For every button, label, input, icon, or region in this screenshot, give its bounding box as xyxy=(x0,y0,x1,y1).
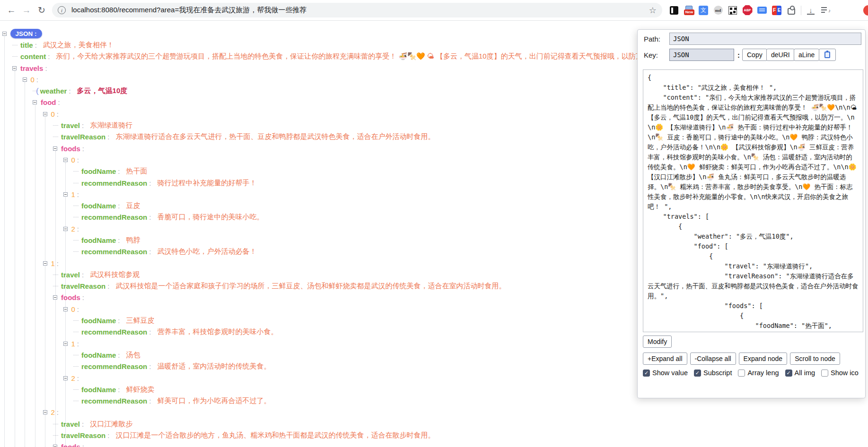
adblock-extension-icon[interactable]: ABP xyxy=(742,5,753,16)
leaf-value[interactable]: 温暖舒适，室内活动时的传统美食。 xyxy=(157,362,271,371)
collapse-toggle[interactable] xyxy=(23,77,27,82)
leaf-value[interactable]: 营养丰富，科技馆参观时的美味小食。 xyxy=(157,327,278,336)
leaf-value[interactable]: 多云，气温10度 xyxy=(77,86,128,95)
leaf-value[interactable]: 武汉之旅，美食相伴！ xyxy=(43,41,114,50)
object-key[interactable]: travels xyxy=(20,64,43,72)
leaf-key[interactable]: travel xyxy=(61,420,80,428)
leaf-key[interactable]: foodName xyxy=(81,317,116,325)
checkbox-icon[interactable] xyxy=(821,370,828,377)
card-extension-icon[interactable] xyxy=(757,5,767,16)
object-key[interactable]: foods xyxy=(61,145,80,153)
array-index[interactable]: 0 xyxy=(71,156,75,164)
collapse-toggle[interactable] xyxy=(53,295,57,300)
leaf-key[interactable]: recommendReason xyxy=(81,397,147,405)
leaf-value[interactable]: 武汉科技馆是一个适合家庭和孩子们学习的场所，三鲜豆皮、汤包和鲜虾烧卖都是武汉的传… xyxy=(115,282,506,291)
checkbox-icon[interactable]: ✓ xyxy=(643,370,650,377)
leaf-key[interactable]: foodName xyxy=(81,236,116,244)
leaf-value[interactable]: 骑行过程中补充能量的好帮手！ xyxy=(157,179,256,188)
option-show-value[interactable]: ✓Show value xyxy=(643,369,688,377)
path-input[interactable] xyxy=(669,33,861,45)
leaf-value[interactable]: 汉口江滩散步 xyxy=(90,420,132,429)
leaf-key[interactable]: travel xyxy=(61,271,80,279)
leaf-value[interactable]: 热干面 xyxy=(126,167,148,176)
leaf-key[interactable]: recommendReason xyxy=(81,179,147,187)
leaf-value[interactable]: 汤包 xyxy=(126,351,140,360)
collapse-toggle[interactable] xyxy=(43,112,47,116)
option-subscript[interactable]: ✓Subscript xyxy=(694,369,732,377)
scroll-to-node-button[interactable]: Scroll to node xyxy=(790,352,840,365)
option-show-ico[interactable]: Show ico xyxy=(821,369,859,377)
leaf-value[interactable]: 东湖绿道骑行 xyxy=(90,121,132,130)
collapse-all-button[interactable]: -Collapse all xyxy=(690,352,736,365)
site-info-icon[interactable]: i xyxy=(58,6,66,14)
option-array-leng[interactable]: Array leng xyxy=(738,369,779,377)
deuri-button[interactable]: deURI xyxy=(766,49,795,61)
extensions-puzzle-icon[interactable] xyxy=(786,5,797,16)
array-index[interactable]: 0 xyxy=(71,305,75,313)
leaf-value[interactable]: 武汉特色小吃，户外活动必备！ xyxy=(157,247,256,256)
leaf-key[interactable]: content xyxy=(20,52,46,60)
expand-all-button[interactable]: +Expand all xyxy=(643,352,687,365)
leaf-key[interactable]: recommendReason xyxy=(81,328,147,336)
leaf-value[interactable]: 武汉科技馆参观 xyxy=(90,270,140,279)
playlist-icon[interactable] xyxy=(820,5,831,16)
leaf-value[interactable]: 东湖绿道骑行适合在多云天气进行，热干面、豆皮和鸭脖都是武汉特色美食，适合在户外活… xyxy=(115,132,435,141)
leaf-value[interactable]: 香脆可口，骑行途中的美味小吃。 xyxy=(157,213,263,222)
downloads-icon[interactable]: ↓ xyxy=(806,5,816,16)
new-badge-extension-icon[interactable]: New xyxy=(684,5,694,16)
collapse-toggle[interactable] xyxy=(63,342,68,346)
leaf-key[interactable]: travelReason xyxy=(61,282,105,290)
object-key[interactable]: foods xyxy=(61,443,80,447)
aline-button[interactable]: aLine xyxy=(794,49,819,61)
forward-icon[interactable]: → xyxy=(19,3,34,18)
leaf-value[interactable]: 三鲜豆皮 xyxy=(126,316,155,325)
collapse-toggle[interactable] xyxy=(63,158,68,162)
markdown-extension-icon[interactable]: md xyxy=(713,5,723,16)
collapse-toggle[interactable] xyxy=(53,146,57,151)
leaf-key[interactable]: recommendReason xyxy=(81,248,147,256)
leaf-key[interactable]: foodName xyxy=(81,351,116,359)
leaf-key[interactable]: recommendReason xyxy=(81,362,147,370)
bookmark-star-icon[interactable]: ☆ xyxy=(649,5,657,16)
leaf-key[interactable]: travel xyxy=(61,121,80,129)
leaf-value[interactable]: 汉口江滩是一个适合散步的地方，鱼丸汤、糯米鸡和热干面都是武汉的传统美食，适合在散… xyxy=(115,431,435,440)
back-icon[interactable]: ← xyxy=(4,3,19,18)
collapse-toggle[interactable] xyxy=(63,227,68,231)
modify-button[interactable]: Modify xyxy=(643,335,672,348)
fe-extension-icon[interactable]: FE xyxy=(772,5,782,16)
leaf-key[interactable]: travelReason xyxy=(61,431,105,439)
address-bar[interactable]: i localhost:8080/recommend?area=我现在准备去武汉… xyxy=(52,3,662,17)
array-index[interactable]: 0 xyxy=(51,110,55,118)
array-index[interactable]: 2 xyxy=(51,408,55,416)
key-input[interactable] xyxy=(669,49,734,61)
collapse-toggle[interactable] xyxy=(43,261,47,266)
option-all-img[interactable]: ✓All img xyxy=(785,369,815,377)
leaf-key[interactable]: title xyxy=(20,41,33,49)
leaf-key[interactable]: foodName xyxy=(81,386,116,394)
raw-json-textarea[interactable]: { "title": "武汉之旅，美食相伴！ ", "content": "亲们… xyxy=(643,69,863,332)
leaf-value[interactable]: 鸭脖 xyxy=(126,236,140,245)
checkbox-icon[interactable]: ✓ xyxy=(785,370,792,377)
reader-extension-icon[interactable] xyxy=(669,5,679,16)
collapse-toggle[interactable] xyxy=(63,376,68,380)
copy-button[interactable]: Copy xyxy=(742,49,767,61)
leaf-key[interactable]: travelReason xyxy=(61,133,105,141)
qr-code-extension-icon[interactable] xyxy=(728,5,738,16)
collapse-toggle[interactable] xyxy=(43,410,47,414)
array-index[interactable]: 2 xyxy=(71,374,75,382)
url-text[interactable]: localhost:8080/recommend?area=我现在准备去武汉旅游… xyxy=(71,6,645,15)
checkbox-icon[interactable]: ✓ xyxy=(694,370,701,377)
object-key[interactable]: food xyxy=(41,98,56,106)
array-index[interactable]: 0 xyxy=(31,76,35,84)
collapse-toggle[interactable] xyxy=(63,307,68,311)
translate-extension-icon[interactable]: 文 xyxy=(698,5,709,16)
collapse-toggle[interactable] xyxy=(53,445,57,447)
checkbox-icon[interactable] xyxy=(738,370,745,377)
leaf-value[interactable]: 鲜美可口，作为小吃再合适不过了。 xyxy=(157,396,271,405)
json-root-badge[interactable]: JSON : xyxy=(10,29,42,38)
leaf-key[interactable]: foodName xyxy=(81,202,116,210)
expand-node-button[interactable]: Expand node xyxy=(739,352,788,365)
array-index[interactable]: 1 xyxy=(51,259,55,267)
array-index[interactable]: 1 xyxy=(71,340,75,348)
leaf-key[interactable]: recommendReason xyxy=(81,213,147,221)
